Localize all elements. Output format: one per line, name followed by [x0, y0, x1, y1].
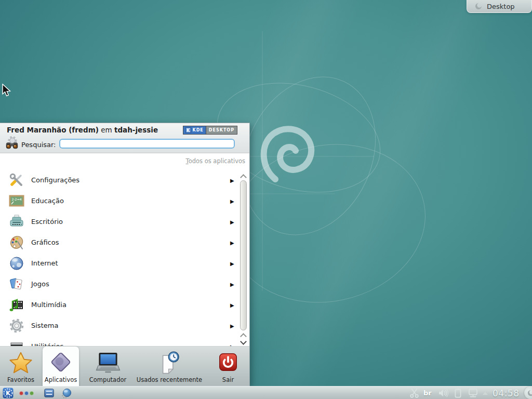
list-scrollbar[interactable]: [240, 173, 248, 346]
kickoff-launcher-menu: Fred Maranhão (fredm) em tdah-jessie K K…: [0, 123, 250, 386]
battery-icon: [454, 388, 462, 398]
activities-dots-icon[interactable]: [19, 387, 34, 399]
tab-favoritos[interactable]: Favoritos: [0, 347, 42, 387]
submenu-arrow-icon: [230, 232, 234, 253]
clipboard-klipper-tray[interactable]: [410, 387, 419, 399]
scrollbar-handle[interactable]: [240, 180, 247, 330]
plasma-cashew-icon: [474, 2, 483, 10]
submenu-arrow-icon: [230, 211, 234, 232]
system-gear-icon: [8, 317, 25, 334]
badge-kde-text: KDE: [193, 128, 204, 132]
submenu-arrow-icon: [230, 315, 234, 336]
tab-usados-recentemente[interactable]: Usados recentemente: [136, 347, 203, 387]
kickoff-header: Fred Maranhão (fredm) em tdah-jessie K K…: [0, 123, 249, 153]
office-typewriter-icon: [8, 214, 25, 230]
submenu-arrow-icon: [230, 336, 234, 346]
user-name: Fred Maranhão (fredm): [7, 126, 99, 134]
education-chalkboard-icon: 2-2=4: [8, 193, 25, 209]
search-binoculars-icon: [4, 136, 20, 151]
user-host-title: Fred Maranhão (fredm) em tdah-jessie: [7, 126, 158, 134]
globe-gear-launcher[interactable]: [61, 387, 72, 399]
submenu-arrow-icon: [230, 191, 234, 211]
category-graficos[interactable]: Gráficos: [0, 232, 239, 253]
kde-gear-icon: K: [185, 127, 191, 133]
host-name: tdah-jessie: [114, 126, 158, 134]
submenu-arrow-icon: [230, 295, 234, 315]
kde-menu-icon: K: [3, 388, 14, 398]
recent-clock-document-icon: [157, 351, 181, 374]
computer-laptop-icon: [96, 351, 121, 374]
mouse-cursor: [2, 84, 11, 98]
graphics-palette-icon: [8, 234, 25, 251]
digital-clock[interactable]: 04:58: [493, 387, 520, 399]
star-icon: [9, 351, 33, 374]
three-dots-icon: [19, 391, 34, 396]
plasma-cashew-icon: [527, 389, 532, 397]
keyboard-layout-indicator[interactable]: br: [423, 387, 432, 399]
category-multimidia[interactable]: Multimídia: [0, 295, 239, 315]
clipboard-scissors-icon: [410, 388, 419, 398]
display-device-tray[interactable]: [468, 387, 478, 399]
badge-desktop-text: DESKTOP: [206, 126, 237, 134]
folder-drawer-launcher[interactable]: [44, 387, 54, 399]
desktop-toolbox[interactable]: Desktop: [467, 0, 532, 13]
category-educacao[interactable]: 2-2=4 Educação: [0, 191, 239, 211]
multimedia-note-icon: [8, 297, 25, 313]
svg-text:K: K: [6, 390, 11, 397]
category-configuracoes[interactable]: Configurações: [0, 170, 239, 191]
category-escritorio[interactable]: Escritório: [0, 211, 239, 232]
submenu-arrow-icon: [230, 170, 234, 191]
toolbox-label: Desktop: [487, 3, 515, 10]
search-input[interactable]: [59, 139, 235, 149]
kickoff-tab-bar: Favoritos Aplicativos Computador: [0, 346, 249, 387]
globe-gear-icon: [61, 388, 72, 398]
applications-diamond-icon: [50, 351, 72, 373]
scroll-down-icon[interactable]: [240, 338, 247, 345]
svg-text:2-2=4: 2-2=4: [11, 197, 21, 201]
category-list: Todos os aplicativos Configurações 2-2=4…: [0, 153, 249, 346]
internet-globe-icon: [8, 255, 25, 272]
tab-aplicativos[interactable]: Aplicativos: [43, 347, 79, 387]
all-applications-breadcrumb[interactable]: Todos os aplicativos: [186, 157, 245, 165]
display-monitor-icon: [468, 388, 478, 398]
speaker-volume-icon: [438, 389, 449, 397]
settings-tools-icon: [8, 172, 25, 189]
scroll-up-icon[interactable]: [240, 174, 247, 181]
folder-drawer-icon: [44, 389, 54, 397]
battery-tray[interactable]: [454, 387, 462, 399]
category-jogos[interactable]: Jogos: [0, 274, 239, 295]
kickoff-launcher-button[interactable]: K: [3, 387, 14, 399]
submenu-arrow-icon: [230, 274, 234, 295]
tray-expander-arrow-icon: [483, 392, 488, 395]
bottom-panel: K: [0, 386, 532, 399]
volume-tray[interactable]: [438, 387, 449, 399]
tray-expander[interactable]: [483, 387, 488, 399]
search-label: Pesquisar:: [21, 141, 56, 149]
category-utilitarios[interactable]: Utilitários: [0, 336, 239, 346]
tab-computador[interactable]: Computador: [83, 347, 132, 387]
leave-power-icon: [218, 351, 238, 373]
category-internet[interactable]: Internet: [0, 253, 239, 274]
category-sistema[interactable]: Sistema: [0, 315, 239, 336]
tab-sair[interactable]: Sair: [207, 347, 249, 387]
utilities-drawer-icon: [8, 338, 25, 346]
games-cards-icon: [8, 276, 25, 292]
title-connector: em: [101, 126, 112, 134]
kde-desktop-badge: K KDE DESKTOP: [183, 126, 238, 135]
submenu-arrow-icon: [230, 253, 234, 274]
